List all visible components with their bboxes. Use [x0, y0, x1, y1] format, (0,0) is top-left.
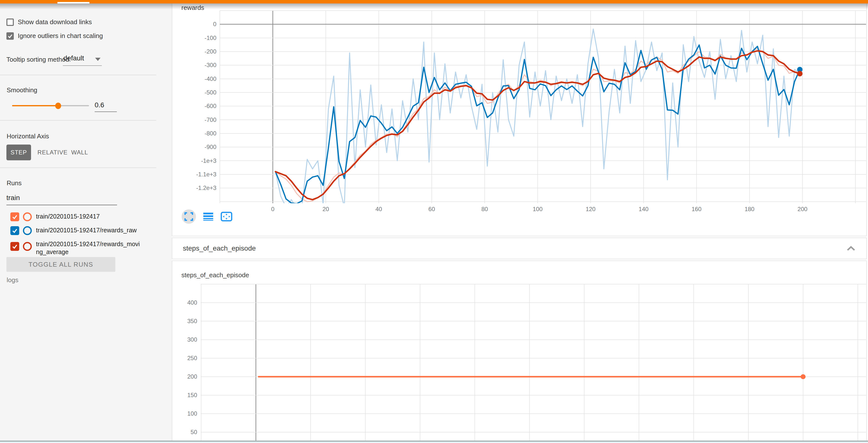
tooltip-sorting-dropdown[interactable]: default — [63, 54, 84, 62]
chevron-up-icon[interactable] — [846, 245, 856, 252]
svg-text:-200: -200 — [205, 48, 216, 55]
section-title: steps_of_each_episode — [183, 244, 256, 252]
show-download-links-checkbox[interactable] — [6, 19, 14, 26]
smoothing-slider-fill — [12, 105, 58, 106]
runs-label: Runs — [7, 179, 22, 187]
run-label: train/20201015-192417 — [36, 212, 142, 220]
svg-text:100: 100 — [533, 206, 542, 212]
gridlines — [200, 284, 866, 443]
svg-text:-400: -400 — [205, 76, 216, 82]
run-checkbox[interactable] — [10, 226, 19, 235]
divider — [0, 120, 156, 121]
svg-text:40: 40 — [375, 206, 382, 212]
steps-chart[interactable]: 40035030025020015010050 — [172, 261, 867, 443]
fit-data-button[interactable] — [221, 212, 232, 222]
smoothing-value-input[interactable]: 0.6 — [95, 101, 117, 109]
svg-text:200: 200 — [187, 373, 197, 380]
horizontal-scrollbar[interactable] — [0, 441, 868, 443]
svg-text:20: 20 — [322, 206, 329, 212]
axis-step-button[interactable]: STEP — [6, 145, 31, 160]
run-color-ring — [23, 226, 32, 235]
svg-text:-600: -600 — [205, 102, 216, 109]
checkmark-icon — [11, 228, 18, 234]
svg-text:0: 0 — [213, 21, 216, 27]
svg-text:150: 150 — [187, 392, 197, 398]
runs-filter-underline — [6, 205, 117, 205]
checkmark-icon — [11, 214, 18, 220]
svg-text:50: 50 — [190, 429, 197, 435]
svg-text:-1e+3: -1e+3 — [201, 157, 216, 164]
run-row[interactable]: train/20201015-192417 — [10, 212, 142, 221]
svg-text:60: 60 — [428, 206, 435, 212]
tick-labels: 40035030025020015010050 — [187, 299, 197, 435]
toggle-all-runs-button[interactable]: TOGGLE ALL RUNS — [6, 257, 115, 272]
run-color-ring — [23, 212, 32, 221]
svg-text:120: 120 — [586, 206, 595, 212]
smoothing-value-underline — [95, 112, 117, 112]
run-row[interactable]: train/20201015-192417/rewards_moving_ave… — [10, 240, 142, 256]
ignore-outliers-row[interactable]: Ignore outliers in chart scaling — [6, 32, 103, 40]
app-header-bar — [0, 0, 868, 3]
data-table-button[interactable] — [203, 212, 213, 221]
checkmark-icon — [7, 33, 13, 39]
axis-relative-button[interactable]: RELATIVE — [37, 145, 67, 160]
svg-text:-100: -100 — [205, 34, 216, 41]
chart-toolbar — [182, 209, 232, 224]
dropdown-arrow-icon[interactable] — [95, 58, 100, 61]
svg-text:-300: -300 — [205, 62, 216, 68]
svg-text:80: 80 — [481, 206, 488, 212]
smoothing-slider[interactable] — [12, 105, 89, 106]
svg-text:-1.2e+3: -1.2e+3 — [196, 184, 216, 191]
svg-text:-1.1e+3: -1.1e+3 — [196, 171, 216, 178]
svg-text:-500: -500 — [205, 89, 216, 96]
run-checkbox[interactable] — [10, 212, 19, 221]
checkmark-icon — [11, 243, 18, 249]
tensorboard-screen: { "header": { "accent_color": "#f57c00",… — [0, 0, 868, 443]
svg-text:-900: -900 — [205, 144, 216, 150]
show-download-links-row[interactable]: Show data download links — [6, 18, 92, 26]
svg-text:180: 180 — [745, 206, 754, 212]
run-label: train/20201015-192417/rewards_moving_ave… — [36, 240, 142, 256]
main-content: rewards 0204060801001201401601802000-100… — [172, 0, 868, 443]
svg-text:100: 100 — [187, 410, 197, 417]
dropdown-underline — [63, 65, 102, 66]
svg-text:300: 300 — [187, 336, 197, 343]
run-color-ring — [23, 242, 32, 251]
rewards-chart[interactable]: 0204060801001201401601802000-100-200-300… — [172, 0, 867, 233]
tick-labels: 0204060801001201401601802000-100-200-300… — [196, 21, 807, 212]
svg-text:-700: -700 — [205, 116, 216, 123]
fullscreen-icon — [184, 212, 193, 221]
svg-text:160: 160 — [691, 206, 702, 212]
settings-sidebar: Show data download links Ignore outliers… — [0, 3, 172, 443]
run-label: train/20201015-192417/rewards_raw — [36, 226, 142, 234]
ignore-outliers-label: Ignore outliers in chart scaling — [18, 32, 103, 40]
rewards-card: rewards 0204060801001201401601802000-100… — [172, 0, 867, 236]
svg-text:200: 200 — [798, 206, 807, 212]
logs-label: logs — [7, 276, 19, 284]
smoothing-slider-thumb[interactable] — [55, 102, 61, 109]
fit-data-icon — [221, 212, 232, 222]
axis-wall-button[interactable]: WALL — [71, 145, 88, 160]
divider — [0, 75, 156, 75]
divider — [0, 168, 156, 168]
ignore-outliers-checkbox[interactable] — [6, 32, 14, 40]
show-download-links-label: Show data download links — [18, 18, 92, 26]
section-header-steps[interactable]: steps_of_each_episode — [172, 238, 867, 259]
tooltip-sorting-label: Tooltip sorting method: — [6, 56, 71, 63]
svg-text:0: 0 — [271, 206, 274, 212]
horizontal-axis-label: Horizontal Axis — [7, 132, 49, 140]
svg-text:400: 400 — [187, 299, 197, 306]
runs-filter-input[interactable]: train — [6, 194, 20, 202]
svg-text:140: 140 — [639, 206, 648, 212]
steps-card: steps_of_each_episode 400350300250200150… — [172, 261, 867, 443]
svg-text:-800: -800 — [205, 130, 216, 137]
svg-text:350: 350 — [187, 318, 197, 324]
fullscreen-button[interactable] — [182, 209, 196, 224]
run-row[interactable]: train/20201015-192417/rewards_raw — [10, 226, 142, 235]
smoothing-label: Smoothing — [7, 86, 37, 94]
svg-text:250: 250 — [187, 355, 197, 361]
data-table-icon — [203, 212, 213, 221]
active-tab-indicator — [57, 2, 89, 3]
run-checkbox[interactable] — [10, 242, 19, 251]
